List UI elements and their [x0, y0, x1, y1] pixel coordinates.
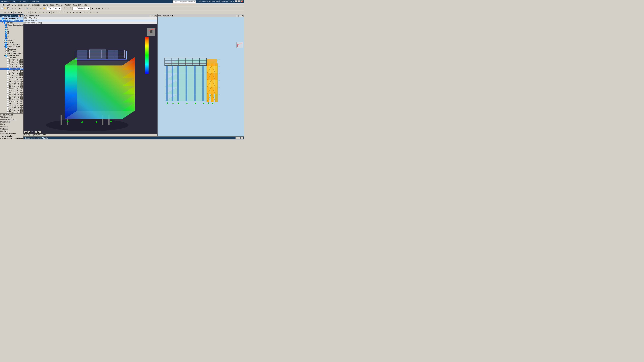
env-val-checkbox[interactable] [5, 46, 7, 48]
viewport-right-canvas[interactable]: X [158, 17, 244, 136]
nav-shear-22[interactable]: 22 - Story No. 3 | Shear wall No. 27 [0, 105, 23, 107]
menu-results[interactable]: Results [41, 4, 49, 6]
menu-edit[interactable]: Edit [6, 4, 11, 6]
wireframe-button[interactable]: ▢ [94, 7, 97, 10]
print-button[interactable]: 🖨 [18, 7, 21, 10]
nav-max-values[interactable]: Max Values [0, 48, 23, 50]
nav-values-on-surfaces[interactable]: Values on Surfaces [0, 132, 23, 135]
menu-options[interactable]: Options [55, 4, 64, 6]
shear-7-checkbox[interactable] [7, 72, 9, 74]
nav-shear-17[interactable]: 17 - Story No. 2 | Shear wall No. 21 [0, 94, 23, 96]
mode-shape-checkbox[interactable] [4, 20, 5, 22]
menu-insert[interactable]: Insert [17, 4, 24, 6]
nav-shear-1[interactable]: 1 - Story No. 0 | Shear wall No. 1 [0, 59, 23, 61]
shear-2-checkbox[interactable] [7, 61, 9, 63]
nav-shear-19[interactable]: 19 - Story No. 2 | Shear wall No. 23 [0, 98, 23, 100]
tb2-btn14[interactable]: ⟳ [83, 11, 86, 14]
redo-button[interactable]: ↪ [14, 7, 17, 10]
nav-close-button[interactable]: ✕ [21, 15, 23, 17]
nav-prev-page-btn[interactable]: ◀ [28, 131, 30, 133]
shear-15-checkbox[interactable] [7, 90, 9, 91]
shear-20-checkbox[interactable] [7, 100, 9, 102]
vr-maximize[interactable]: □ [238, 15, 241, 17]
search-box[interactable] [173, 0, 196, 3]
nav-resultant[interactable]: ▼ Resultant [0, 57, 23, 59]
nav-shear-10[interactable]: 10 - Story No. 1 | Shear wall No. 13 [0, 78, 23, 81]
shear-10-checkbox[interactable] [7, 79, 9, 80]
menu-help[interactable]: Help [82, 4, 88, 6]
nav-prev-btn[interactable]: ◀◀ [24, 131, 28, 133]
nav-min-values[interactable]: Min Values [0, 50, 23, 52]
menu-window[interactable]: Window [64, 4, 72, 6]
nav-effective-contribution[interactable]: Rtle - Effective Contribution s/ [0, 137, 23, 139]
nav-uz[interactable]: uz [0, 33, 23, 35]
shear-22-checkbox[interactable] [7, 105, 9, 107]
shear-5-checkbox[interactable] [7, 68, 9, 69]
tb2-btn12[interactable]: ◎ [76, 11, 78, 14]
nav-shear-13[interactable]: 13 - Story No. 1 | Shear wall No. 17 [0, 85, 23, 87]
tb2-btn2[interactable]: ↔ [4, 11, 6, 14]
shear-9-checkbox[interactable] [7, 77, 9, 78]
nav-shear-2[interactable]: 2 - Story No. 0 | Shear wall No. 2 [0, 61, 23, 63]
max-val-checkbox[interactable] [5, 48, 7, 50]
shear-19-checkbox[interactable] [7, 98, 9, 100]
tb2-axis-y[interactable]: y [55, 11, 58, 14]
vl-close[interactable]: ✕ [154, 15, 157, 17]
nav-result-sections[interactable]: ▼ Result Sections [0, 54, 23, 57]
uy-checkbox[interactable] [5, 31, 7, 32]
nav-phix[interactable]: φx [0, 35, 23, 37]
nav-lines-nav[interactable]: Lines [0, 123, 23, 125]
zoom-in-button[interactable]: + [29, 7, 32, 10]
shear-21-checkbox[interactable] [7, 103, 9, 104]
shear-12-checkbox[interactable] [7, 83, 9, 85]
phix-checkbox[interactable] [5, 35, 7, 37]
shear-14-checkbox[interactable] [7, 87, 9, 89]
nav-shear-14[interactable]: 14 - Story No. 2 | Shear wall No. 18 [0, 87, 23, 89]
tb2-btn5[interactable]: ▦ [14, 11, 17, 14]
tb2-axis-z[interactable]: z [58, 11, 62, 14]
nav-shear-4[interactable]: 4 - Story No. 0 | Shear wall No. 3 [0, 65, 23, 67]
nav-line-welds[interactable]: Line Welds [0, 130, 23, 132]
maxmin-val-checkbox[interactable] [5, 53, 7, 54]
viewport-left-canvas[interactable]: ⬛ X ◀◀ ◀ 3 of 4 ▶ ▶▶ [24, 24, 157, 134]
zoom-button[interactable]: 🔍 [26, 7, 29, 10]
open-button[interactable]: 📂 [4, 7, 6, 10]
result-sec-checkbox[interactable] [5, 55, 7, 56]
tb2-check1[interactable]: ☑ [63, 11, 66, 14]
nav-shear-21[interactable]: 21 - Story No. 3 | Shear wall No. 26 [0, 102, 23, 105]
global-def-checkbox[interactable] [5, 24, 7, 26]
resultant-checkbox[interactable] [7, 57, 9, 59]
undo-button[interactable]: ↩ [11, 7, 14, 10]
bottom-close[interactable]: ✕ [241, 137, 243, 139]
tb2-btn11[interactable]: ↔ [34, 11, 37, 14]
nav-members[interactable]: ▶ Members [0, 39, 23, 41]
vr-close[interactable]: ✕ [241, 15, 244, 17]
nav-shear-5[interactable]: 5 - Story No. 0 | Shear wall No. 7 [0, 67, 23, 70]
spectral-checkbox[interactable] [2, 18, 4, 19]
menu-view[interactable]: View [11, 4, 17, 6]
nav-shear-15[interactable]: 15 - Story No. 2 | Shear wall No. 19 [0, 89, 23, 91]
shear-16-checkbox[interactable] [7, 92, 9, 93]
nav-global-def[interactable]: ▼ Global Deformations [0, 24, 23, 26]
vl-maximize[interactable]: □ [152, 15, 154, 17]
nav-surfaces-nav[interactable]: Surfaces [0, 128, 23, 130]
vl-minimize[interactable]: ─ [149, 15, 151, 17]
min-val-checkbox[interactable] [5, 50, 7, 52]
nav-shear-20[interactable]: 20 - Story No. 3 | Shear wall No. 25 [0, 100, 23, 102]
shear-23-checkbox[interactable] [7, 107, 9, 109]
tb2-axis-x[interactable]: x [52, 11, 55, 14]
view-z-button[interactable]: Z [69, 7, 72, 10]
shear-18-checkbox[interactable] [7, 96, 9, 98]
nav-spectral-analysis[interactable]: ▼ Spectral Analysis [0, 17, 23, 19]
nav-shear-12[interactable]: 12 - Story No. 1 | Shear wall No. 15 [0, 83, 23, 85]
shear-11-checkbox[interactable] [7, 81, 9, 83]
shear-4-checkbox[interactable] [7, 66, 9, 67]
select-button[interactable]: ↖ [22, 7, 26, 10]
surfaces-checkbox[interactable] [5, 42, 7, 43]
bottom-maximize[interactable]: □ [238, 137, 240, 139]
nav-title-info[interactable]: Title Information [0, 116, 23, 118]
shear-6-checkbox[interactable] [7, 70, 9, 72]
nav-maxmin-info[interactable]: Max/Min Information [0, 118, 23, 121]
settings-btn-3[interactable]: ⚙ [104, 7, 107, 10]
nav-next-btn[interactable]: ▶▶ [38, 131, 42, 133]
